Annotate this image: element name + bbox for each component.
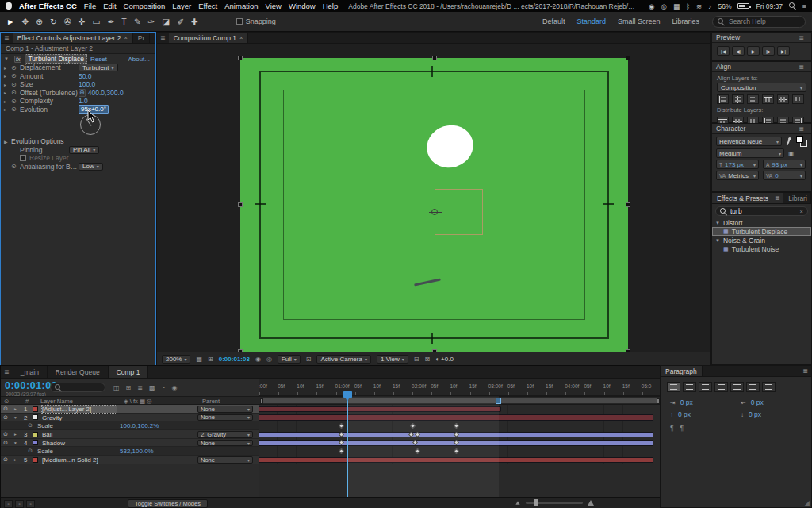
composition-canvas[interactable] bbox=[240, 58, 628, 352]
stopwatch-icon[interactable]: ⊙ bbox=[11, 89, 20, 96]
align-left-button[interactable] bbox=[717, 94, 729, 104]
align-horizontal-center-button[interactable] bbox=[732, 94, 744, 104]
panel-menu-icon[interactable]: ≣ bbox=[795, 64, 807, 71]
camera-tool[interactable]: ✇ bbox=[64, 17, 71, 26]
fast-previews-icon[interactable]: ⊠ bbox=[425, 356, 431, 363]
justify-all-button[interactable] bbox=[762, 382, 776, 392]
property-value[interactable]: 100.0 bbox=[79, 80, 95, 88]
pixel-aspect-icon[interactable]: ⊟ bbox=[414, 356, 419, 363]
panel-menu-icon[interactable]: ≣ bbox=[1, 366, 13, 378]
keyframe-icon[interactable] bbox=[415, 448, 420, 454]
menu-window[interactable]: Window bbox=[289, 2, 316, 10]
font-family-dropdown[interactable]: Helvetica Neue▾ bbox=[716, 137, 782, 146]
align-left-button[interactable] bbox=[667, 382, 680, 392]
help-search-input[interactable]: Search Help bbox=[712, 16, 806, 28]
visibility-eye-icon[interactable]: ⊙ bbox=[3, 440, 8, 446]
align-center-button[interactable] bbox=[683, 382, 696, 392]
layer-duration-bar[interactable] bbox=[259, 414, 653, 421]
stopwatch-icon[interactable]: ⊙ bbox=[11, 64, 20, 71]
stopwatch-icon[interactable]: ⊙ bbox=[11, 98, 20, 105]
twirl-icon[interactable]: ▸ bbox=[4, 106, 11, 112]
menu-view[interactable]: View bbox=[266, 2, 282, 10]
menu-edit[interactable]: Edit bbox=[103, 2, 116, 10]
twirl-down-icon[interactable]: ▼ bbox=[715, 238, 720, 243]
zoom-slider-track[interactable] bbox=[526, 502, 583, 504]
menu-composition[interactable]: Composition bbox=[124, 2, 166, 10]
frame-blending-icon[interactable]: ▩ bbox=[149, 384, 155, 391]
tab-effect-controls[interactable]: Effect Controls Adjustment Layer 2 × bbox=[13, 33, 133, 43]
layer-duration-bar[interactable] bbox=[259, 457, 653, 464]
stroke-options-icon[interactable]: ▣ bbox=[788, 150, 795, 157]
property-row-scale[interactable]: ⊙Scale100.0,100.2% bbox=[1, 421, 259, 430]
first-frame-button[interactable]: |◀ bbox=[717, 46, 730, 56]
previous-frame-button[interactable]: ◀| bbox=[732, 46, 745, 56]
property-row-scale[interactable]: ⊙Scale532,100.0% bbox=[1, 447, 259, 456]
exposure-control[interactable]: ◐+0.0 bbox=[435, 356, 454, 363]
expand-layer-switches-icon[interactable]: ▫ bbox=[4, 500, 13, 508]
timeline-track-area[interactable] bbox=[259, 405, 661, 497]
zoom-tool[interactable]: ⊕ bbox=[36, 17, 43, 26]
stopwatch-icon[interactable]: ⊙ bbox=[28, 422, 33, 429]
layer-number-column[interactable]: # bbox=[25, 398, 29, 405]
choose-grid-icon[interactable]: ▦ bbox=[196, 356, 202, 363]
resolution-dropdown[interactable]: Full▾ bbox=[278, 355, 301, 364]
selected-layer-bounds[interactable] bbox=[435, 189, 483, 235]
fx-enabled-icon[interactable]: fx bbox=[14, 56, 21, 63]
roto-brush-tool[interactable]: ✐ bbox=[177, 17, 184, 26]
bluetooth-icon[interactable]: ᛒ bbox=[686, 2, 690, 10]
comp-mini-flowchart-icon[interactable]: ◫ bbox=[113, 384, 120, 391]
notification-center-icon[interactable]: ≡ bbox=[802, 2, 806, 10]
fill-stroke-swatches[interactable] bbox=[796, 136, 807, 147]
av-features-column-icon[interactable]: ⊙ bbox=[4, 398, 9, 405]
work-area-end-marker[interactable] bbox=[496, 398, 501, 404]
toggle-switches-modes-button[interactable]: Toggle Switches / Modes bbox=[128, 499, 208, 508]
space-before-field[interactable]: ↑0 px bbox=[670, 410, 731, 418]
justify-last-left-button[interactable] bbox=[714, 382, 728, 392]
property-value[interactable]: 100.0,100.2% bbox=[120, 422, 159, 429]
workspace-libraries[interactable]: Libraries bbox=[672, 17, 699, 25]
twirl-icon[interactable]: ▸ bbox=[4, 73, 11, 79]
time-ruler[interactable]: :00f05f10f15f01:00f05f10f15f02:00f05f10f… bbox=[259, 379, 661, 396]
align-right-button[interactable] bbox=[747, 94, 759, 104]
close-icon[interactable]: × bbox=[239, 34, 243, 41]
menu-layer[interactable]: Layer bbox=[172, 2, 191, 10]
current-time-indicator-head[interactable] bbox=[343, 391, 352, 398]
anchor-point-icon[interactable] bbox=[431, 209, 438, 215]
comp-handle-tl[interactable] bbox=[238, 56, 243, 60]
eyedropper-icon[interactable] bbox=[786, 137, 792, 146]
stopwatch-icon[interactable]: ⊙ bbox=[11, 72, 20, 79]
layer-color-chip[interactable] bbox=[33, 440, 38, 445]
twirl-icon[interactable]: ▸ bbox=[4, 82, 11, 87]
stopwatch-icon[interactable]: ⊙ bbox=[11, 163, 20, 170]
pen-tool[interactable]: ✒ bbox=[107, 17, 114, 26]
effects-search-input[interactable]: turb × bbox=[715, 206, 808, 216]
visibility-eye-icon[interactable]: ⊙ bbox=[3, 406, 8, 412]
timeline-search-input[interactable] bbox=[50, 383, 105, 392]
comp-handle-tr[interactable] bbox=[626, 56, 630, 60]
evolution-dial[interactable] bbox=[80, 114, 101, 135]
tab-project-partial[interactable]: Pr bbox=[133, 33, 151, 43]
reset-link[interactable]: Reset bbox=[90, 56, 107, 63]
snapping-checkbox[interactable] bbox=[236, 18, 243, 25]
property-dropdown[interactable]: Turbulent▾ bbox=[79, 64, 118, 71]
menubar-app-icon-1[interactable]: ◉ bbox=[649, 2, 654, 10]
timeline-tab-comp-1[interactable]: Comp 1 bbox=[109, 366, 149, 378]
next-frame-button[interactable]: |▶ bbox=[762, 46, 775, 56]
zoom-out-mountain-icon[interactable] bbox=[515, 501, 519, 505]
about-link[interactable]: About... bbox=[128, 56, 152, 63]
effect-item-turbulent-displace[interactable]: ▦Turbulent Displace bbox=[712, 227, 811, 236]
hand-tool[interactable]: ✥ bbox=[21, 17, 29, 26]
puppet-pin-tool[interactable]: ✚ bbox=[191, 17, 198, 26]
spotlight-icon[interactable] bbox=[789, 2, 796, 10]
layer-row-shadow[interactable]: ⊙▾4ShadowNone▾ bbox=[1, 439, 259, 448]
twirl-icon[interactable]: ▾ bbox=[14, 415, 17, 420]
keyboard-icon[interactable]: ▦ bbox=[673, 2, 680, 10]
property-value[interactable]: 400.0,300.0 bbox=[88, 89, 124, 97]
parent-dropdown[interactable]: None▾ bbox=[197, 440, 253, 447]
font-size-dropdown[interactable]: T173 px▾ bbox=[716, 160, 759, 169]
keyframe-icon[interactable] bbox=[454, 448, 459, 454]
resize-layer-checkbox[interactable] bbox=[20, 155, 26, 161]
selection-tool[interactable]: ► bbox=[6, 17, 14, 26]
parent-dropdown[interactable]: None▾ bbox=[197, 456, 253, 464]
pinning-dropdown[interactable]: Pin All▾ bbox=[69, 146, 99, 154]
